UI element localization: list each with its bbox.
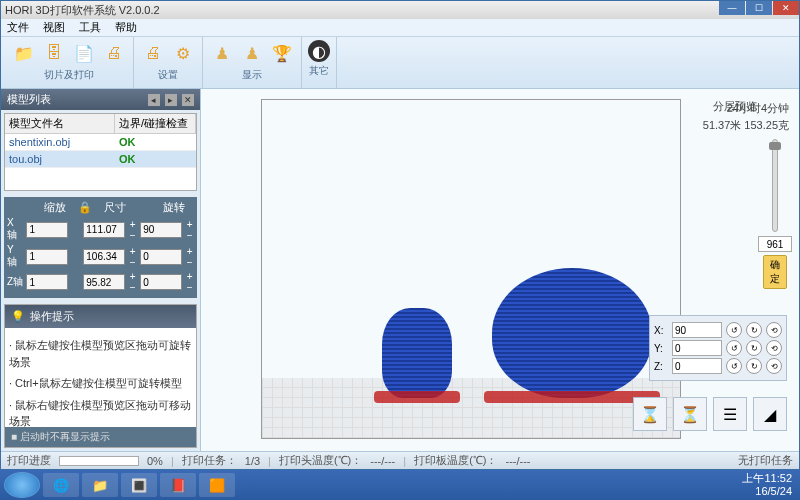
trophy-icon[interactable]: 🏆 [269, 40, 295, 66]
taskbar-app1-icon[interactable]: 🔳 [121, 473, 157, 497]
taskbar-app2-icon[interactable]: 📕 [160, 473, 196, 497]
y-rot-input[interactable] [140, 249, 182, 265]
progress-bar [59, 456, 139, 466]
reset-icon[interactable]: ⟲ [766, 358, 782, 374]
plus-minus[interactable]: +− [185, 219, 194, 241]
group-slice-label: 切片及打印 [44, 68, 94, 82]
view-layers-icon[interactable]: ☰ [713, 397, 747, 431]
z-size-input[interactable] [83, 274, 125, 290]
rot-cw-icon[interactable]: ↻ [746, 322, 762, 338]
viewport[interactable]: 24小时4分钟 51.37米 153.25克 分层预览 确定 X: ↺ ↻ ⟲ … [201, 89, 799, 451]
statusbar: 打印进度 0% | 打印任务：1/3 | 打印头温度(℃)：---/--- | … [1, 451, 799, 469]
y-scale-input[interactable] [26, 249, 68, 265]
xyz-panel: X: ↺ ↻ ⟲ Y: ↺ ↻ ⟲ Z: ↺ ↻ [649, 315, 787, 381]
x-size-input[interactable] [83, 222, 125, 238]
x-scale-input[interactable] [26, 222, 68, 238]
app-title: HORI 3D打印软件系统 V2.0.0.2 [5, 3, 160, 18]
export-icon[interactable]: 📄 [71, 40, 97, 66]
layer-value-input[interactable] [758, 236, 792, 252]
model-list-header: 模型列表 ◂ ▸ ✕ [1, 89, 200, 110]
pawn1-icon[interactable]: ♟ [209, 40, 235, 66]
gear-icon[interactable]: ⚙ [170, 40, 196, 66]
rot-ccw-icon[interactable]: ↺ [726, 358, 742, 374]
sidebar: 模型列表 ◂ ▸ ✕ 模型文件名 边界/碰撞检查 shentixin.obj O… [1, 89, 201, 451]
panel-close-button[interactable]: ✕ [182, 94, 194, 106]
minimize-button[interactable]: — [719, 1, 745, 15]
tips-dont-show[interactable]: ■ 启动时不再显示提示 [5, 427, 196, 447]
group-other-label: 其它 [309, 64, 329, 78]
model-file-list: 模型文件名 边界/碰撞检查 shentixin.obj OK tou.obj O… [4, 113, 197, 191]
menu-tools[interactable]: 工具 [79, 20, 101, 35]
z-rot-input[interactable] [140, 274, 182, 290]
view-hourglass1-icon[interactable]: ⌛ [633, 397, 667, 431]
panel-prev-button[interactable]: ◂ [148, 94, 160, 106]
lock-icon[interactable]: 🔒 [78, 200, 92, 215]
printer-settings-icon[interactable]: 🖨 [140, 40, 166, 66]
y-input[interactable] [672, 340, 722, 356]
model-preview[interactable] [382, 308, 452, 398]
view-support-icon[interactable]: ◢ [753, 397, 787, 431]
z-scale-input[interactable] [26, 274, 68, 290]
view-mode-buttons: ⌛ ⏳ ☰ ◢ [633, 397, 787, 431]
reset-icon[interactable]: ⟲ [766, 340, 782, 356]
toolbar: 📁 🗄 📄 🖨 切片及打印 🖨 ⚙ 设置 ♟ ♟ 🏆 显示 ◐ [1, 37, 799, 89]
model-preview[interactable] [492, 268, 652, 398]
open-icon[interactable]: 📁 [11, 40, 37, 66]
pawn2-icon[interactable]: ♟ [239, 40, 265, 66]
x-input[interactable] [672, 322, 722, 338]
plus-minus[interactable]: +− [185, 246, 194, 268]
bulb-icon: 💡 [11, 310, 25, 323]
plus-minus[interactable]: +− [128, 271, 137, 293]
print-icon[interactable]: 🖨 [101, 40, 127, 66]
tips-panel: 💡 操作提示 · 鼠标左键按住模型预览区拖动可旋转场景 · Ctrl+鼠标左键按… [4, 304, 197, 448]
view-hourglass2-icon[interactable]: ⏳ [673, 397, 707, 431]
rot-ccw-icon[interactable]: ↺ [726, 322, 742, 338]
titlebar: HORI 3D打印软件系统 V2.0.0.2 — ☐ ✕ [1, 1, 799, 19]
plus-minus[interactable]: +− [185, 271, 194, 293]
taskbar-app3-icon[interactable]: 🟧 [199, 473, 235, 497]
menu-view[interactable]: 视图 [43, 20, 65, 35]
system-tray[interactable]: 上午11:52 16/5/24 [742, 472, 796, 498]
layer-preview-label: 分层预览 [713, 99, 757, 114]
plus-minus[interactable]: +− [128, 246, 137, 268]
plus-minus[interactable]: +− [128, 219, 137, 241]
group-settings-label: 设置 [158, 68, 178, 82]
list-item[interactable]: shentixin.obj OK [5, 134, 196, 151]
panel-next-button[interactable]: ▸ [165, 94, 177, 106]
z-input[interactable] [672, 358, 722, 374]
reset-icon[interactable]: ⟲ [766, 322, 782, 338]
menu-help[interactable]: 帮助 [115, 20, 137, 35]
close-button[interactable]: ✕ [773, 1, 799, 15]
group-display-label: 显示 [242, 68, 262, 82]
layer-slider[interactable]: 确定 [765, 139, 785, 289]
maximize-button[interactable]: ☐ [746, 1, 772, 15]
disc-icon[interactable]: ◐ [308, 40, 330, 62]
rot-cw-icon[interactable]: ↻ [746, 340, 762, 356]
col-filename: 模型文件名 [5, 114, 115, 133]
y-size-input[interactable] [83, 249, 125, 265]
taskbar-ie-icon[interactable]: 🌐 [43, 473, 79, 497]
menu-file[interactable]: 文件 [7, 20, 29, 35]
list-item[interactable]: tou.obj OK [5, 151, 196, 168]
rot-ccw-icon[interactable]: ↺ [726, 340, 742, 356]
taskbar-explorer-icon[interactable]: 📁 [82, 473, 118, 497]
build-volume [261, 99, 681, 439]
rot-cw-icon[interactable]: ↻ [746, 358, 762, 374]
transform-panel: 缩放 🔒 尺寸 旋转 X轴 +− +− Y轴 [4, 197, 197, 298]
taskbar: 🌐 📁 🔳 📕 🟧 上午11:52 16/5/24 [0, 470, 800, 500]
x-rot-input[interactable] [140, 222, 182, 238]
save-icon[interactable]: 🗄 [41, 40, 67, 66]
col-check: 边界/碰撞检查 [115, 114, 196, 133]
start-button[interactable] [4, 472, 40, 498]
layer-confirm-button[interactable]: 确定 [763, 255, 787, 289]
menubar: 文件 视图 工具 帮助 [1, 19, 799, 37]
